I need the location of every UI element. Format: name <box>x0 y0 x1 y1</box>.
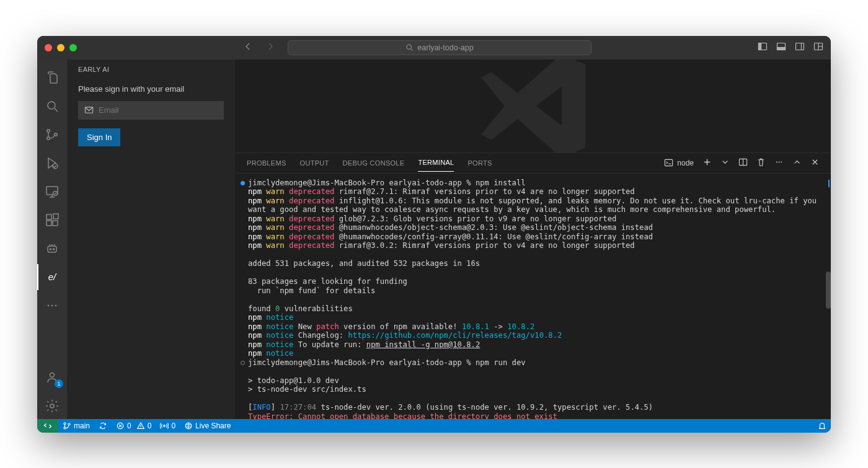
tab-debug-console[interactable]: DEBUG CONSOLE <box>343 154 405 172</box>
status-bar: main 0 0 0 Live Share <box>37 419 831 433</box>
overflow-icon[interactable] <box>37 293 67 319</box>
explorer-icon[interactable] <box>37 64 67 91</box>
svg-rect-23 <box>48 246 56 252</box>
email-input[interactable] <box>99 105 218 115</box>
svg-point-26 <box>48 304 50 306</box>
run-debug-icon[interactable] <box>37 150 67 176</box>
sync-indicator[interactable] <box>94 422 112 430</box>
vscode-window: earlyai-todo-app e/ 1 <box>37 36 831 433</box>
signin-prompt: Please sign in with your email <box>78 84 224 94</box>
maximize-panel-icon[interactable] <box>792 157 802 168</box>
kill-terminal-icon[interactable] <box>756 157 766 168</box>
command-center-text: earlyai-todo-app <box>417 43 473 52</box>
svg-point-29 <box>50 373 55 377</box>
nav-forward-icon[interactable] <box>265 42 275 54</box>
accounts-badge: 1 <box>55 379 63 388</box>
notifications-icon[interactable] <box>813 422 831 430</box>
toggle-panel-icon[interactable] <box>776 42 786 54</box>
activity-bar: e/ 1 <box>37 60 67 419</box>
svg-point-30 <box>50 404 54 408</box>
tab-problems[interactable]: PROBLEMS <box>247 154 286 172</box>
toggle-primary-sidebar-icon[interactable] <box>758 42 768 54</box>
panel: PROBLEMS OUTPUT DEBUG CONSOLE TERMINAL P… <box>236 152 831 419</box>
editor-group: PROBLEMS OUTPUT DEBUG CONSOLE TERMINAL P… <box>236 60 831 419</box>
nav-back-icon[interactable] <box>243 42 253 54</box>
mail-icon <box>84 105 94 115</box>
svg-point-13 <box>47 129 50 132</box>
tab-ports[interactable]: PORTS <box>467 154 492 172</box>
svg-point-12 <box>48 102 55 109</box>
close-panel-icon[interactable] <box>810 157 820 168</box>
svg-rect-32 <box>665 159 673 166</box>
workbench-body: e/ 1 EARLY AI Please sign in with your e… <box>37 60 831 419</box>
terminal-box-icon <box>664 158 673 167</box>
close-window-button[interactable] <box>45 44 52 51</box>
svg-point-25 <box>53 249 55 250</box>
signin-button[interactable]: Sign In <box>78 128 120 146</box>
problems-indicator[interactable]: 0 0 <box>112 422 156 430</box>
new-terminal-icon[interactable] <box>702 157 712 168</box>
ports-indicator[interactable]: 0 <box>156 422 180 430</box>
maximize-window-button[interactable] <box>69 44 77 51</box>
svg-point-0 <box>407 45 411 49</box>
svg-rect-6 <box>777 47 786 50</box>
svg-point-28 <box>55 304 57 306</box>
split-terminal-icon[interactable] <box>738 157 748 168</box>
minimize-window-button[interactable] <box>57 44 64 51</box>
liveshare-indicator[interactable]: Live Share <box>180 422 235 430</box>
command-center[interactable]: earlyai-todo-app <box>288 40 591 55</box>
search-icon <box>405 43 414 51</box>
terminal-marker <box>828 180 830 187</box>
svg-rect-3 <box>759 43 761 50</box>
svg-point-40 <box>68 423 70 425</box>
vscode-watermark-icon <box>468 60 598 152</box>
source-control-icon[interactable] <box>37 121 67 148</box>
early-ai-icon[interactable]: e/ <box>37 264 67 290</box>
svg-point-36 <box>779 162 780 163</box>
panel-tabs: PROBLEMS OUTPUT DEBUG CONSOLE TERMINAL P… <box>236 153 831 174</box>
svg-point-14 <box>47 136 50 139</box>
accounts-icon[interactable]: 1 <box>37 364 67 391</box>
command-marker-hollow-icon <box>241 361 245 365</box>
svg-point-39 <box>64 426 66 428</box>
svg-point-27 <box>51 304 53 306</box>
remote-indicator[interactable] <box>37 419 58 433</box>
terminal-shell-selector[interactable]: node <box>664 158 694 167</box>
svg-point-37 <box>781 162 782 163</box>
svg-rect-22 <box>53 214 58 219</box>
terminal-more-icon[interactable] <box>774 157 784 168</box>
svg-rect-7 <box>796 43 804 50</box>
settings-gear-icon[interactable] <box>37 393 67 419</box>
tab-terminal[interactable]: TERMINAL <box>418 154 454 172</box>
sidebar: EARLY AI Please sign in with your email … <box>67 60 236 419</box>
terminal-output[interactable]: jimclydemonge@Jims-MacBook-Pro earlyai-t… <box>236 174 831 419</box>
shell-label: node <box>677 159 694 167</box>
branch-indicator[interactable]: main <box>58 422 94 430</box>
sidebar-title: EARLY AI <box>67 60 235 82</box>
search-icon[interactable] <box>37 93 67 119</box>
extensions-icon[interactable] <box>37 207 67 233</box>
email-field[interactable] <box>78 101 224 120</box>
toggle-secondary-sidebar-icon[interactable] <box>795 42 805 54</box>
editor-area <box>236 60 831 152</box>
customize-layout-icon[interactable] <box>813 42 823 54</box>
copilot-icon[interactable] <box>37 236 67 262</box>
svg-point-24 <box>50 249 51 250</box>
terminal-scrollbar[interactable] <box>826 272 831 309</box>
svg-rect-21 <box>53 221 58 226</box>
window-controls <box>45 44 77 51</box>
remote-explorer-icon[interactable] <box>37 179 67 205</box>
svg-rect-20 <box>46 221 51 226</box>
svg-point-35 <box>776 162 777 163</box>
titlebar: earlyai-todo-app <box>37 36 831 60</box>
command-marker-icon <box>241 181 245 185</box>
tab-output[interactable]: OUTPUT <box>300 154 329 172</box>
svg-rect-19 <box>46 214 51 219</box>
terminal-dropdown-icon[interactable] <box>720 157 730 168</box>
svg-point-42 <box>164 425 166 426</box>
svg-point-38 <box>64 422 66 424</box>
